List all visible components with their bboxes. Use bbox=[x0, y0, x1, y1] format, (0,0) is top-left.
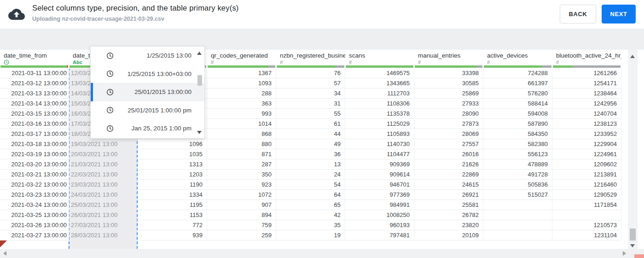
table-cell[interactable]: 582380 bbox=[483, 139, 552, 149]
table-cell[interactable]: 2021-03-25 13:00:00 bbox=[0, 210, 69, 220]
table-cell[interactable]: 587890 bbox=[483, 119, 552, 129]
table-cell[interactable]: 759 bbox=[207, 220, 276, 230]
table-cell[interactable]: 42 bbox=[276, 210, 345, 220]
table-cell[interactable]: 2021-03-18 13:00:00 bbox=[0, 139, 69, 149]
table-cell[interactable]: 25581 bbox=[414, 200, 483, 210]
table-cell[interactable]: 1216460 bbox=[552, 180, 621, 190]
table-cell[interactable]: 1334 bbox=[138, 190, 207, 200]
column-header[interactable]: qr_codes_generated# bbox=[207, 50, 276, 68]
table-cell[interactable]: 21626 bbox=[414, 159, 483, 170]
table-cell[interactable]: 2021-03-13 13:00:00 bbox=[0, 88, 69, 99]
table-cell[interactable]: 26782 bbox=[414, 210, 483, 220]
table-cell[interactable]: 1229904 bbox=[552, 139, 621, 149]
table-cell[interactable]: 1343665 bbox=[345, 78, 414, 88]
scroll-down-arrow-icon[interactable] bbox=[630, 244, 635, 247]
table-cell[interactable]: 772 bbox=[138, 220, 207, 230]
table-cell[interactable] bbox=[552, 210, 621, 220]
table-cell[interactable]: 2021-03-15 13:00:00 bbox=[0, 109, 69, 119]
table-cell[interactable]: 49 bbox=[276, 139, 345, 149]
table-cell[interactable]: 1233952 bbox=[552, 129, 621, 139]
horizontal-scroll-thumb[interactable] bbox=[634, 254, 644, 258]
table-cell[interactable]: 2021-03-17 13:00:00 bbox=[0, 129, 69, 139]
next-button[interactable]: NEXT bbox=[602, 5, 636, 23]
table-cell[interactable]: 1238464 bbox=[552, 88, 621, 99]
dropdown-item[interactable]: Jan 25, 2015 1:00 pm bbox=[91, 119, 204, 138]
table-cell[interactable]: 880 bbox=[207, 139, 276, 149]
scroll-up-arrow-icon[interactable] bbox=[630, 55, 635, 58]
table-cell[interactable]: 28/03/2021 13:00 bbox=[69, 230, 138, 240]
table-cell[interactable] bbox=[483, 220, 552, 230]
table-cell[interactable]: 1469575 bbox=[345, 68, 414, 78]
table-cell[interactable]: 259 bbox=[207, 230, 276, 240]
table-cell[interactable]: 13 bbox=[276, 159, 345, 170]
vertical-scroll-thumb[interactable] bbox=[630, 229, 636, 240]
table-cell[interactable]: 2021-03-20 13:00:00 bbox=[0, 159, 69, 170]
table-cell[interactable]: 1240704 bbox=[552, 109, 621, 119]
column-header[interactable]: manual_entries# bbox=[414, 50, 483, 68]
table-cell[interactable]: 25869 bbox=[414, 88, 483, 99]
table-cell[interactable]: 923 bbox=[207, 180, 276, 190]
table-cell[interactable]: 977369 bbox=[345, 190, 414, 200]
table-cell[interactable]: 26921 bbox=[414, 190, 483, 200]
table-cell[interactable]: 588414 bbox=[483, 99, 552, 109]
table-cell[interactable] bbox=[483, 230, 552, 240]
table-cell[interactable]: 2021-03-23 13:00:00 bbox=[0, 190, 69, 200]
table-cell[interactable]: 1367 bbox=[207, 68, 276, 78]
table-cell[interactable]: 2021-03-27 13:00:00 bbox=[0, 230, 69, 240]
dropdown-item[interactable]: 25/01/2015 1:00:00 pm bbox=[91, 101, 204, 120]
table-cell[interactable]: 1008250 bbox=[345, 210, 414, 220]
table-cell[interactable]: 946701 bbox=[345, 180, 414, 190]
table-cell[interactable]: 363 bbox=[207, 99, 276, 109]
table-cell[interactable]: 2021-03-24 13:00:00 bbox=[0, 200, 69, 210]
table-cell[interactable]: 515027 bbox=[483, 190, 552, 200]
table-cell[interactable]: 909614 bbox=[345, 170, 414, 180]
horizontal-scrollbar[interactable] bbox=[0, 249, 644, 258]
table-cell[interactable]: 25/03/2021 13:00 bbox=[69, 200, 138, 210]
table-cell[interactable]: 909369 bbox=[345, 159, 414, 170]
table-cell[interactable]: 1313 bbox=[138, 159, 207, 170]
table-cell[interactable]: 1242956 bbox=[552, 99, 621, 109]
table-cell[interactable]: 894 bbox=[207, 210, 276, 220]
table-cell[interactable]: 2021-03-14 13:00:00 bbox=[0, 99, 69, 109]
table-cell[interactable]: 1108306 bbox=[345, 99, 414, 109]
table-cell[interactable]: 2021-03-12 13:00:00 bbox=[0, 78, 69, 88]
table-cell[interactable]: 1125029 bbox=[345, 119, 414, 129]
table-cell[interactable]: 1224961 bbox=[552, 149, 621, 159]
table-cell[interactable]: 34 bbox=[276, 88, 345, 99]
table-cell[interactable]: 1112703 bbox=[345, 88, 414, 99]
table-cell[interactable]: 2021-03-19 13:00:00 bbox=[0, 149, 69, 159]
table-cell[interactable]: 1135378 bbox=[345, 109, 414, 119]
table-cell[interactable]: 1153 bbox=[138, 210, 207, 220]
table-cell[interactable]: 1171854 bbox=[552, 200, 621, 210]
scroll-left-arrow-icon[interactable] bbox=[3, 251, 6, 256]
table-cell[interactable]: 1014 bbox=[207, 119, 276, 129]
table-cell[interactable]: 54 bbox=[276, 180, 345, 190]
table-cell[interactable]: 1231104 bbox=[552, 230, 621, 240]
table-cell[interactable]: 556123 bbox=[483, 149, 552, 159]
dropdown-scrollbar[interactable] bbox=[196, 47, 203, 138]
vertical-scrollbar[interactable] bbox=[628, 50, 638, 249]
table-cell[interactable]: 1104477 bbox=[345, 149, 414, 159]
table-cell[interactable]: 1290529 bbox=[552, 190, 621, 200]
table-cell[interactable]: 31 bbox=[276, 99, 345, 109]
column-header[interactable]: nzbn_registered_busine# bbox=[276, 50, 345, 68]
dropdown-item[interactable]: 1/25/2015 13:00+03:00 bbox=[91, 65, 204, 83]
table-cell[interactable]: 65 bbox=[276, 200, 345, 210]
table-cell[interactable]: 22869 bbox=[414, 170, 483, 180]
scroll-up-arrow-icon[interactable] bbox=[197, 52, 202, 55]
table-cell[interactable]: 61 bbox=[276, 119, 345, 129]
table-cell[interactable]: 22/03/2021 13:00 bbox=[69, 170, 138, 180]
table-cell[interactable]: 1238123 bbox=[552, 119, 621, 129]
table-cell[interactable]: 55 bbox=[276, 109, 345, 119]
table-cell[interactable]: 1190 bbox=[138, 180, 207, 190]
table-cell[interactable]: 960193 bbox=[345, 220, 414, 230]
column-header[interactable]: bluetooth_active_24_hr_# bbox=[552, 50, 621, 68]
table-cell[interactable]: 871 bbox=[207, 149, 276, 159]
table-cell[interactable]: 939 bbox=[138, 230, 207, 240]
column-header[interactable]: active_devices# bbox=[483, 50, 552, 68]
table-cell[interactable]: 1213891 bbox=[552, 170, 621, 180]
table-cell[interactable]: 584350 bbox=[483, 129, 552, 139]
table-cell[interactable]: 30585 bbox=[414, 78, 483, 88]
table-cell[interactable]: 576280 bbox=[483, 88, 552, 99]
scroll-right-arrow-icon[interactable] bbox=[623, 251, 626, 256]
